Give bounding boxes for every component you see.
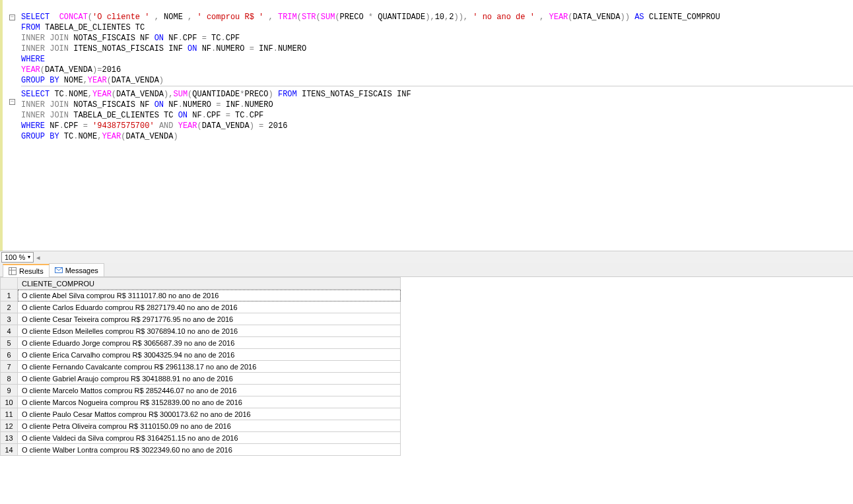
cell-value[interactable]: O cliente Abel Silva comprou R$ 3111017.…	[18, 290, 401, 301]
code-line[interactable]: INNER JOIN NOTAS_FISCAIS NF ON NF.CPF = …	[21, 33, 853, 44]
code-line[interactable]: INNER JOIN ITENS_NOTAS_FISCAIS INF ON NF…	[21, 44, 853, 54]
cell-value[interactable]: O cliente Cesar Teixeira comprou R$ 2971…	[18, 313, 401, 325]
grid-icon	[9, 267, 17, 275]
cell-value[interactable]: O cliente Eduardo Jorge comprou R$ 30656…	[18, 337, 401, 349]
row-number[interactable]: 1	[1, 290, 18, 301]
chevron-down-icon: ▾	[28, 254, 30, 260]
tab-results[interactable]: Results	[3, 264, 50, 277]
cell-value[interactable]: O cliente Edson Meilelles comprou R$ 307…	[18, 325, 401, 337]
cell-value[interactable]: O cliente Erica Carvalho comprou R$ 3004…	[18, 349, 401, 361]
cell-value[interactable]: O cliente Paulo Cesar Mattos comprou R$ …	[18, 408, 401, 420]
editor-gutter: − −	[0, 0, 18, 251]
cell-value[interactable]: O cliente Gabriel Araujo comprou R$ 3041…	[18, 373, 401, 385]
tab-messages-label: Messages	[65, 267, 98, 274]
row-number[interactable]: 5	[1, 337, 18, 349]
code-line[interactable]: INNER JOIN NOTAS_FISCAIS NF ON NF.NUMERO…	[21, 100, 853, 110]
table-row[interactable]: 5O cliente Eduardo Jorge comprou R$ 3065…	[1, 337, 401, 349]
code-line[interactable]: INNER JOIN TABELA_DE_CLIENTES TC ON NF.C…	[21, 110, 853, 121]
table-row[interactable]: 11O cliente Paulo Cesar Mattos comprou R…	[1, 408, 401, 420]
column-header[interactable]: CLIENTE_COMPROU	[18, 278, 401, 290]
table-row[interactable]: 6O cliente Erica Carvalho comprou R$ 300…	[1, 349, 401, 361]
cell-value[interactable]: O cliente Walber Lontra comprou R$ 30223…	[18, 444, 401, 456]
cell-value[interactable]: O cliente Marcos Nogueira comprou R$ 315…	[18, 396, 401, 408]
code-line[interactable]: FROM TABELA_DE_CLIENTES TC	[21, 22, 853, 33]
fold-toggle-2[interactable]: −	[9, 99, 15, 105]
row-number[interactable]: 7	[1, 361, 18, 373]
row-number[interactable]: 11	[1, 408, 18, 420]
zoom-level-selector[interactable]: 100 % ▾	[1, 252, 34, 263]
table-row[interactable]: 12O cliente Petra Oliveira comprou R$ 31…	[1, 420, 401, 432]
code-line[interactable]: GROUP BY TC.NOME,YEAR(DATA_VENDA)	[21, 131, 853, 142]
sql-code-area[interactable]: SELECT CONCAT('O cliente ' , NOME , ' co…	[18, 0, 853, 251]
row-number-header[interactable]	[1, 278, 18, 290]
cell-value[interactable]: O cliente Valdeci da Silva comprou R$ 31…	[18, 432, 401, 444]
code-line[interactable]: GROUP BY NOME,YEAR(DATA_VENDA)	[21, 75, 853, 86]
table-row[interactable]: 9O cliente Marcelo Mattos comprou R$ 285…	[1, 385, 401, 396]
code-line[interactable]: YEAR(DATA_VENDA)=2016	[21, 65, 853, 75]
results-tabs: Results Messages	[0, 263, 853, 277]
sql-editor-pane: − − SELECT CONCAT('O cliente ' , NOME , …	[0, 0, 853, 251]
row-number[interactable]: 14	[1, 444, 18, 456]
results-pane[interactable]: CLIENTE_COMPROU 1O cliente Abel Silva co…	[0, 277, 853, 504]
row-number[interactable]: 13	[1, 432, 18, 444]
row-number[interactable]: 6	[1, 349, 18, 361]
zoom-bar: 100 % ▾ ◂	[0, 251, 853, 263]
cell-value[interactable]: O cliente Petra Oliveira comprou R$ 3110…	[18, 420, 401, 432]
row-number[interactable]: 2	[1, 301, 18, 313]
table-row[interactable]: 3O cliente Cesar Teixeira comprou R$ 297…	[1, 313, 401, 325]
messages-icon	[55, 267, 63, 274]
table-row[interactable]: 1O cliente Abel Silva comprou R$ 3111017…	[1, 290, 401, 301]
row-number[interactable]: 8	[1, 373, 18, 385]
ssms-window: − − SELECT CONCAT('O cliente ' , NOME , …	[0, 0, 853, 504]
code-line[interactable]: WHERE	[21, 54, 853, 65]
table-row[interactable]: 14O cliente Walber Lontra comprou R$ 302…	[1, 444, 401, 456]
table-row[interactable]: 2O cliente Carlos Eduardo comprou R$ 282…	[1, 301, 401, 313]
cell-value[interactable]: O cliente Fernando Cavalcante comprou R$…	[18, 361, 401, 373]
row-number[interactable]: 9	[1, 385, 18, 396]
results-table: CLIENTE_COMPROU 1O cliente Abel Silva co…	[0, 277, 401, 456]
cell-value[interactable]: O cliente Carlos Eduardo comprou R$ 2827…	[18, 301, 401, 313]
zoom-value: 100 %	[5, 253, 25, 261]
table-row[interactable]: 7O cliente Fernando Cavalcante comprou R…	[1, 361, 401, 373]
tab-results-label: Results	[19, 267, 44, 275]
fold-toggle-1[interactable]: −	[9, 15, 15, 20]
row-number[interactable]: 4	[1, 325, 18, 337]
code-line[interactable]: SELECT TC.NOME,YEAR(DATA_VENDA),SUM(QUAN…	[21, 89, 853, 100]
row-number[interactable]: 3	[1, 313, 18, 325]
cell-value[interactable]: O cliente Marcelo Mattos comprou R$ 2852…	[18, 385, 401, 396]
code-line[interactable]: WHERE NF.CPF = '94387575700' AND YEAR(DA…	[21, 121, 853, 131]
tab-messages[interactable]: Messages	[49, 263, 104, 276]
table-row[interactable]: 4O cliente Edson Meilelles comprou R$ 30…	[1, 325, 401, 337]
table-row[interactable]: 10O cliente Marcos Nogueira comprou R$ 3…	[1, 396, 401, 408]
scroll-left-icon[interactable]: ◂	[36, 253, 40, 261]
row-number[interactable]: 12	[1, 420, 18, 432]
row-number[interactable]: 10	[1, 396, 18, 408]
code-line[interactable]: SELECT CONCAT('O cliente ' , NOME , ' co…	[21, 12, 853, 22]
table-row[interactable]: 8O cliente Gabriel Araujo comprou R$ 304…	[1, 373, 401, 385]
table-row[interactable]: 13O cliente Valdeci da Silva comprou R$ …	[1, 432, 401, 444]
